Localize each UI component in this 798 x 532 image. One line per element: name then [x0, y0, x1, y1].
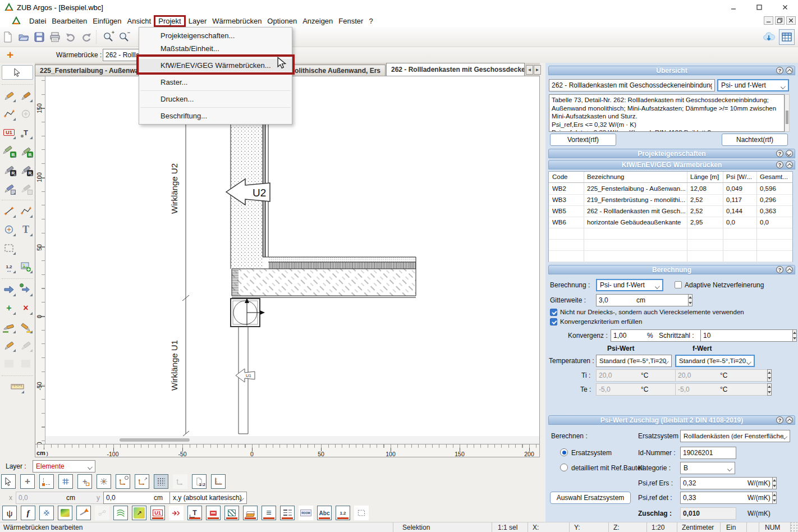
print-button[interactable]: [47, 29, 63, 45]
mdi-restore-button[interactable]: [775, 16, 785, 25]
cloud-download-button[interactable]: [761, 29, 777, 45]
snap-grid-button[interactable]: +: [77, 474, 92, 489]
dimension-display-button[interactable]: 1.2↔: [336, 506, 350, 520]
zuschlag-header[interactable]: Psi-Wert Zuschlag (Beiblatt 2 DIN 4108-2…: [548, 415, 795, 425]
draw-wall-tool-button[interactable]: [2, 88, 16, 103]
menu-waermebruecken[interactable]: Wärmebrücken: [209, 16, 264, 26]
new-file-button[interactable]: [0, 29, 16, 45]
dimension-tool-button[interactable]: 1.2↔: [2, 259, 16, 274]
tab-scroll-left-button[interactable]: ◄: [526, 65, 533, 75]
u-value-arrow-tool-button[interactable]: U1: [2, 125, 16, 140]
menu-item-beschriftung[interactable]: Beschriftung...: [139, 109, 292, 122]
kategorie-dropdown[interactable]: B: [680, 462, 735, 474]
axis-rotate-button[interactable]: [116, 474, 130, 489]
uebersicht-header[interactable]: Übersicht ?: [548, 66, 795, 75]
konvergenz-spinner[interactable]: [611, 329, 642, 342]
edit-segment-alt-tool-button[interactable]: [19, 319, 33, 334]
expand-icon[interactable]: [786, 150, 793, 157]
psi-result-button[interactable]: ψ: [2, 506, 17, 520]
draw-polyline-tool-button[interactable]: [19, 204, 33, 218]
layer-display-button[interactable]: [243, 506, 258, 520]
redo-button[interactable]: [79, 29, 94, 45]
text-annotation-button[interactable]: T: [187, 506, 202, 520]
collapse-icon[interactable]: [786, 266, 793, 273]
menu-item-projekteigenschaften[interactable]: Projekteigenschaften...: [139, 29, 292, 42]
zoom-out-button[interactable]: −: [116, 29, 132, 45]
insert-image-tool-button[interactable]: [19, 259, 33, 274]
vector-display-button[interactable]: ↗: [132, 506, 146, 520]
table-grid-button[interactable]: [779, 29, 795, 45]
tab-262-rollladenkasten[interactable]: 262 - Rollladenkasten mit Geschossdecken: [386, 63, 525, 76]
resize-grip[interactable]: [790, 522, 798, 532]
draw-circle-tool-button[interactable]: [2, 222, 16, 237]
draw-polyline-wall-tool-button[interactable]: [2, 107, 16, 121]
mdi-close-button[interactable]: [786, 16, 796, 25]
room-label-button[interactable]: ROOM: [299, 506, 313, 520]
zoom-in-button[interactable]: +: [100, 29, 116, 45]
menu-layer[interactable]: Layer: [186, 16, 210, 26]
coordinate-mode-dropdown[interactable]: x,y (absolut kartesisch): [169, 492, 247, 504]
move-node-tool-button[interactable]: [19, 282, 33, 297]
menu-item-kfw-enev-geg[interactable]: KfW/EnEV/GEG Wärmebrücken...: [139, 59, 292, 72]
scrollbar-thumb[interactable]: [120, 438, 190, 442]
help-icon[interactable]: ?: [776, 161, 783, 168]
help-icon[interactable]: ?: [776, 67, 783, 74]
mdi-minimize-button[interactable]: [764, 16, 773, 25]
menu-anzeigen[interactable]: Anzeigen: [300, 16, 336, 26]
viereck-checkbox[interactable]: [550, 309, 557, 316]
selection-rect-tool-button[interactable]: [2, 241, 16, 255]
detailliert-radio[interactable]: [560, 464, 568, 471]
berechnung-mode-dropdown[interactable]: Psi- und f-Wert: [596, 279, 663, 291]
help-icon[interactable]: ?: [776, 150, 783, 157]
abc-text-button[interactable]: Abc: [317, 506, 332, 520]
move-arrow-tool-button[interactable]: [2, 282, 16, 297]
psiref-ers-spinner[interactable]: [680, 477, 736, 489]
table-row[interactable]: WB5262 - Rollladenkasten mit Gesch...2,5…: [549, 206, 792, 217]
select-tool-button[interactable]: [2, 65, 33, 80]
u-value-display-button[interactable]: U1: [150, 506, 165, 520]
snap-crosshair-button[interactable]: +: [20, 474, 35, 489]
ersatzsystem-dropdown[interactable]: Rollladenkästen (der Fensterfläche: [680, 430, 790, 442]
projekteigenschaften-header[interactable]: Projekteigenschaften ?: [548, 149, 795, 158]
nachtext-button[interactable]: Nachtext(rtf): [722, 134, 788, 146]
boundary-b-alt-tool-button[interactable]: B: [19, 144, 33, 158]
axis-move-button[interactable]: ↗: [135, 474, 149, 489]
delete-node-tool-button[interactable]: ×: [19, 301, 33, 315]
measure-tool-button[interactable]: [10, 379, 25, 394]
layer-dropdown[interactable]: Elemente: [33, 460, 95, 473]
menu-einfuegen[interactable]: Einfügen: [90, 16, 124, 26]
vortext-button[interactable]: Vortext(rtf): [550, 134, 616, 146]
menu-projekt[interactable]: Projekt: [154, 15, 185, 27]
boundary-b-tool-button[interactable]: B: [2, 144, 16, 158]
delete-annotation-button[interactable]: [206, 506, 221, 520]
snap-select-button[interactable]: [1, 474, 16, 489]
draw-layer-tool-button[interactable]: [19, 88, 33, 103]
boundary-r-tool-button[interactable]: R: [2, 162, 16, 177]
temp-psi-dropdown[interactable]: Standard (Te=-5°,Ti=20: [596, 355, 672, 367]
temperature-point-tool-button[interactable]: T: [19, 125, 33, 140]
konvergenz-checkbox[interactable]: [550, 318, 557, 325]
draw-line-tool-button[interactable]: [2, 204, 16, 218]
snap-endpoint-button[interactable]: [39, 474, 54, 489]
menu-datei[interactable]: Datei: [26, 16, 49, 26]
add-node-tool-button[interactable]: +: [2, 301, 16, 315]
table-row[interactable]: WB3219_Fensterbrüstung - monolithi...2,5…: [549, 195, 792, 206]
menu-item-drucken[interactable]: Drucken...: [139, 93, 292, 106]
menu-optionen[interactable]: Optionen: [264, 16, 300, 26]
isoline-display-button[interactable]: [113, 506, 128, 520]
menu-hilfe[interactable]: ?: [366, 16, 375, 26]
boundary-r-alt-tool-button[interactable]: R: [19, 162, 33, 177]
auswahl-ersatzsystem-button[interactable]: Auswahl Ersatzsystem: [550, 492, 631, 504]
canvas-horizontal-scrollbar[interactable]: [45, 436, 540, 444]
undo-button[interactable]: [63, 29, 79, 45]
gitterweite-spinner[interactable]: [596, 294, 632, 306]
hatch-display-button[interactable]: [224, 506, 239, 520]
save-file-button[interactable]: [31, 29, 47, 45]
schrittzahl-spinner[interactable]: [700, 329, 727, 342]
help-icon[interactable]: ?: [776, 266, 783, 273]
list-display-button[interactable]: ≡: [262, 506, 276, 520]
selection-frame-button[interactable]: [354, 506, 369, 520]
drawing-canvas[interactable]: Wirklänge U2 Wirklänge U1: [35, 76, 540, 457]
x-coord-spinner[interactable]: [16, 492, 59, 504]
arrow-sequence-button[interactable]: [169, 506, 184, 520]
